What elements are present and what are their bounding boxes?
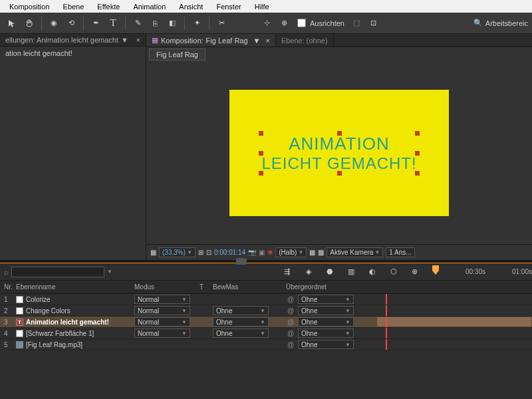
close-icon[interactable]: × <box>136 36 140 44</box>
composition-tab[interactable]: ▦ Komposition: Fig Leaf Rag ▼ × <box>146 34 276 47</box>
menu-ansicht[interactable]: Ansicht <box>172 1 209 12</box>
pen-tool-icon[interactable]: ✒ <box>88 15 104 31</box>
layer-tab[interactable]: Ebene: (ohne) <box>276 34 334 47</box>
layer-index: 4 <box>0 330 16 337</box>
eraser-tool-icon[interactable]: ◧ <box>164 15 180 31</box>
text-tool-icon[interactable]: T <box>105 15 121 31</box>
col-header-parent[interactable]: Übergeordnet <box>286 283 376 291</box>
brush-tool-icon[interactable]: ✎ <box>130 15 146 31</box>
trackmatte-dropdown[interactable]: Ohne▼ <box>213 329 269 338</box>
col-header-t[interactable]: T <box>200 283 213 291</box>
snapshot-icon[interactable]: 📷 <box>248 249 256 256</box>
region-icon[interactable]: ▦ <box>309 249 315 256</box>
time-ruler[interactable]: 00:30s 01:00s <box>432 268 532 275</box>
layer-row[interactable]: 4 [Schwarz Farbfläche 1] Normal▼ Ohne▼ @… <box>0 328 532 339</box>
search-dropdown-icon[interactable]: ▼ <box>107 269 112 275</box>
menu-ebene[interactable]: Ebene <box>57 1 91 12</box>
layer-row[interactable]: 5 [Fig Leaf Rag.mp3] @ Ohne▼ <box>0 339 532 350</box>
layer-type-icon <box>16 307 23 315</box>
parent-dropdown[interactable]: Ohne▼ <box>298 340 354 349</box>
zoom-dropdown[interactable]: (33,3%)▼ <box>159 247 196 257</box>
rotate-tool-icon[interactable]: ⟲ <box>63 15 79 31</box>
effect-controls-tab[interactable]: ellungen: Animation leicht gemacht ▼ × <box>0 34 146 47</box>
parent-pickwhip-icon[interactable]: @ <box>286 296 295 303</box>
trackmatte-dropdown[interactable]: Ohne▼ <box>213 317 269 327</box>
menu-hilfe[interactable]: Hilfe <box>248 1 276 12</box>
trackmatte-dropdown[interactable]: Ohne▼ <box>213 306 269 315</box>
orbit-tool-icon[interactable]: ◉ <box>46 15 62 31</box>
menu-komposition[interactable]: Komposition <box>3 1 57 12</box>
align-checkbox[interactable] <box>297 19 306 27</box>
parent-pickwhip-icon[interactable]: @ <box>286 319 295 326</box>
composition-viewer[interactable]: ANIMATION LEICHT GEMACHT! <box>146 62 532 244</box>
blendmode-dropdown[interactable]: Normal▼ <box>134 329 190 338</box>
col-header-mode[interactable]: Modus <box>134 283 200 291</box>
comp-flow-icon[interactable]: ⇶ <box>279 264 295 280</box>
layer-duration-bar[interactable] <box>376 317 532 327</box>
workspace-switcher[interactable]: 🔍 Arbeitsbereic <box>473 19 528 27</box>
timeline-search-input[interactable] <box>11 267 104 277</box>
roto-tool-icon[interactable]: ✂ <box>213 15 229 31</box>
close-icon[interactable]: × <box>265 37 269 45</box>
res2-icon[interactable]: ⊡ <box>206 249 211 256</box>
playhead-line <box>386 294 387 305</box>
motion-blur-icon[interactable]: ◐ <box>364 264 380 280</box>
layer-type-icon: T <box>16 319 23 326</box>
res-icon[interactable]: ⊞ <box>198 249 203 256</box>
layer-index: 5 <box>0 341 16 348</box>
hand-tool-icon[interactable] <box>21 15 37 31</box>
draft3d-icon[interactable]: ◈ <box>301 264 317 280</box>
blendmode-dropdown[interactable]: Normal▼ <box>134 295 190 304</box>
comp-breadcrumb[interactable]: Fig Leaf Rag <box>149 49 205 61</box>
anchor-tool-icon[interactable]: ⊕ <box>276 15 292 31</box>
resolution-dropdown[interactable]: (Halb)▼ <box>275 247 307 257</box>
menu-effekte[interactable]: Effekte <box>90 1 126 12</box>
puppet-tool-icon[interactable]: ✦ <box>189 15 205 31</box>
blendmode-dropdown[interactable]: Normal▼ <box>134 317 190 327</box>
selection-tool-icon[interactable] <box>4 15 20 31</box>
parent-dropdown[interactable]: Ohne▼ <box>298 317 354 327</box>
col-header-name[interactable]: Ebenenname <box>16 283 134 291</box>
col-header-bewmas[interactable]: BewMas <box>213 283 286 291</box>
layer-row[interactable]: 1 Colorize Normal▼ @ Ohne▼ <box>0 294 532 305</box>
main-toolbar: ◉ ⟲ ✒ T ✎ ⎘ ◧ ✦ ✂ ⊹ ⊕ Ausrichten ⬚ ⊡ 🔍 A… <box>0 13 532 34</box>
camera-dropdown[interactable]: Aktive Kamera▼ <box>327 247 383 257</box>
layer-index: 1 <box>0 296 16 303</box>
axis-tool-icon[interactable]: ⊹ <box>259 15 275 31</box>
shy-icon[interactable]: ⬣ <box>322 264 338 280</box>
snap2-tool-icon[interactable]: ⊡ <box>366 15 382 31</box>
clone-tool-icon[interactable]: ⎘ <box>147 15 163 31</box>
preview-icon[interactable]: ▣ <box>259 249 265 256</box>
frame-blend-icon[interactable]: ▥ <box>343 264 359 280</box>
layer-name-label: Change Colors <box>26 307 70 315</box>
col-header-nr[interactable]: Nr. <box>0 283 16 291</box>
parent-dropdown[interactable]: Ohne▼ <box>298 329 354 338</box>
grid-icon[interactable]: ▦ <box>150 249 156 256</box>
parent-dropdown[interactable]: Ohne▼ <box>298 306 354 315</box>
layer-type-icon <box>16 296 23 303</box>
menu-fenster[interactable]: Fenster <box>209 1 247 12</box>
composition-canvas[interactable]: ANIMATION LEICHT GEMACHT! <box>229 90 449 216</box>
menu-animation[interactable]: Animation <box>126 1 172 12</box>
playhead-icon[interactable] <box>432 265 439 275</box>
parent-dropdown[interactable]: Ohne▼ <box>298 295 354 304</box>
menu-bar: Komposition Ebene Effekte Animation Ansi… <box>0 0 532 13</box>
transparency-icon[interactable]: ▩ <box>318 249 324 256</box>
layer-name-label: Animation leicht gemacht! <box>26 319 109 326</box>
selected-text-layer[interactable]: ANIMATION LEICHT GEMACHT! <box>261 134 416 173</box>
timecode-display[interactable]: 0:00:01:14 <box>214 249 245 256</box>
color-mgmt-icon[interactable]: ✾ <box>267 249 273 256</box>
panel-divider[interactable] <box>0 260 532 263</box>
parent-pickwhip-icon[interactable]: @ <box>286 307 295 315</box>
layer-name-label: [Schwarz Farbfläche 1] <box>26 330 94 337</box>
layer-row[interactable]: 2 Change Colors Normal▼ Ohne▼ @ Ohne▼ <box>0 305 532 317</box>
graph-icon[interactable]: ⬡ <box>386 264 402 280</box>
parent-pickwhip-icon[interactable]: @ <box>286 341 295 348</box>
blendmode-dropdown[interactable]: Normal▼ <box>134 306 190 315</box>
parent-pickwhip-icon[interactable]: @ <box>286 330 295 337</box>
snap-tool-icon[interactable]: ⬚ <box>348 15 364 31</box>
views-dropdown[interactable]: 1 Ans... <box>386 247 414 257</box>
brain-icon[interactable]: ⊗ <box>407 264 423 280</box>
search-icon: ⌕ <box>4 268 9 276</box>
layer-row[interactable]: 3 T Animation leicht gemacht! Normal▼ Oh… <box>0 317 532 328</box>
